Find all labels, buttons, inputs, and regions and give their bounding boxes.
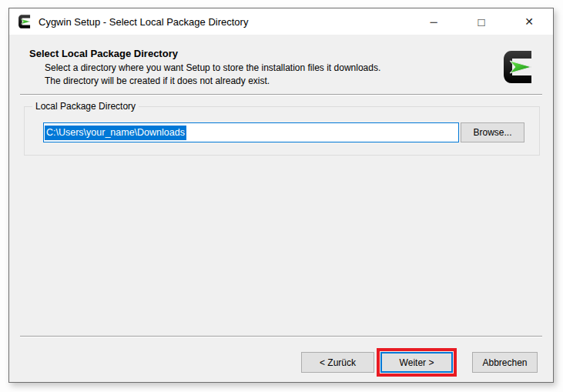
- window-controls: ─ □ ✕: [410, 8, 553, 35]
- cancel-button[interactable]: Abbrechen: [472, 352, 538, 373]
- browse-button[interactable]: Browse...: [461, 122, 524, 142]
- back-button[interactable]: < Zurück: [301, 352, 374, 373]
- title-bar[interactable]: Cygwin Setup - Select Local Package Dire…: [9, 8, 553, 35]
- page-description-line2: The directory will be created if it does…: [45, 75, 270, 86]
- directory-input[interactable]: C:\Users\your_name\Downloads: [43, 122, 459, 142]
- cygwin-app-icon: [17, 14, 32, 29]
- window-title: Cygwin Setup - Select Local Package Dire…: [39, 16, 248, 28]
- setup-wizard-window: Cygwin Setup - Select Local Package Dire…: [8, 8, 554, 383]
- cygwin-logo-icon: [500, 49, 537, 85]
- page-description-line1: Select a directory where you want Setup …: [45, 62, 380, 73]
- minimize-icon[interactable]: ─: [410, 8, 457, 35]
- header-separator: [20, 94, 542, 95]
- annotation-highlight-box: Weiter >: [377, 348, 457, 377]
- page-title: Select Local Package Directory: [29, 48, 178, 59]
- footer-separator: [20, 336, 542, 337]
- close-icon[interactable]: ✕: [505, 8, 553, 35]
- next-button[interactable]: Weiter >: [380, 352, 453, 373]
- maximize-icon[interactable]: □: [457, 8, 505, 35]
- group-label: Local Package Directory: [32, 101, 139, 112]
- directory-input-value: C:\Users\your_name\Downloads: [45, 126, 186, 140]
